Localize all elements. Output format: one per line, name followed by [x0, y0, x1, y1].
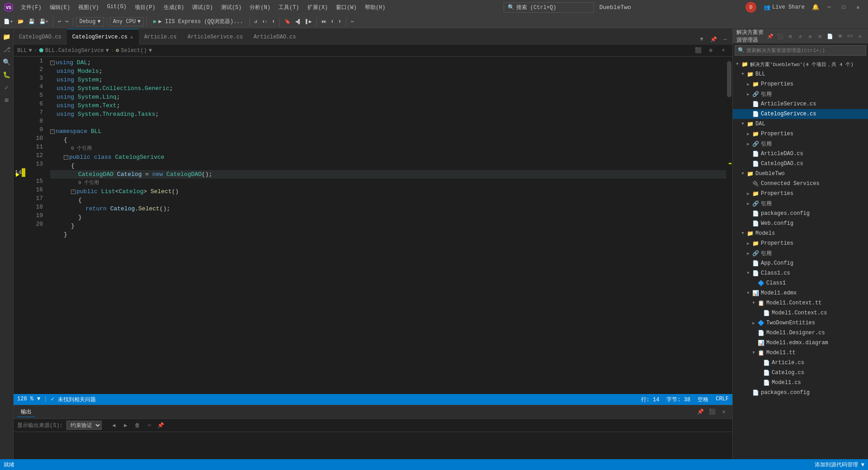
output-tab[interactable]: 输出: [17, 407, 35, 417]
prev-bookmark-button[interactable]: ◀▌: [293, 18, 303, 25]
editor-settings-button[interactable]: ⚙: [705, 45, 716, 56]
sidebar-search-icon[interactable]: 🔍: [1, 56, 13, 68]
platform-dropdown[interactable]: Any CPU ▼: [110, 17, 144, 26]
tab-article[interactable]: Article.cs: [139, 29, 182, 45]
tree-models-appconfig[interactable]: ▶ 📄 App.Config: [733, 258, 868, 268]
menu-view[interactable]: 视图(V): [75, 3, 103, 12]
tree-duebletwo-project[interactable]: ▼ 📁 DuebleTwo: [733, 169, 868, 179]
menu-git[interactable]: Git(G): [104, 3, 130, 12]
next-bookmark-button[interactable]: ▌▶: [304, 18, 313, 25]
tree-models-catelog-cs[interactable]: ▶ 📄 Catelog.cs: [733, 368, 868, 378]
tree-dal-articledao[interactable]: ▶ 📄 ArticleDAO.cs: [733, 149, 868, 159]
sidebar-solution-icon[interactable]: 📁: [1, 31, 13, 43]
tab-catelogserivce-close[interactable]: ✕: [130, 34, 133, 40]
zoom-level[interactable]: 128 %: [17, 396, 33, 404]
sol-show-all-button[interactable]: 👁: [835, 32, 844, 41]
git-fetch-button[interactable]: ⬇↑: [260, 18, 269, 25]
tree-models-context-tt[interactable]: ▼ 📋 Model1.Context.tt: [733, 298, 868, 308]
tree-bll-refs[interactable]: ▶ 🔗 引用: [733, 89, 868, 99]
tree-models-properties[interactable]: ▶ 📁 Properties: [733, 238, 868, 248]
more-tools-button[interactable]: ⋯: [349, 18, 356, 25]
tree-dal-project[interactable]: ▼ 📁 DAL: [733, 119, 868, 129]
tab-list-button[interactable]: ▼: [696, 34, 707, 45]
split-editor-button[interactable]: ⬛: [693, 45, 703, 56]
tree-models-class1[interactable]: ▼ 📄 Class1.cs: [733, 268, 868, 278]
minimize-button[interactable]: ─: [823, 3, 835, 12]
menu-edit[interactable]: 编辑(E): [46, 3, 74, 12]
editor-scrollbar[interactable]: [726, 57, 732, 394]
menu-tools[interactable]: 工具(T): [275, 3, 303, 12]
tree-models-edmx[interactable]: ▼ 📊 Model1.edmx: [733, 288, 868, 298]
add-file-button[interactable]: +: [718, 45, 729, 56]
sol-code-view-button[interactable]: <>: [845, 32, 854, 41]
live-share-button[interactable]: 👥 Live Share: [760, 3, 808, 12]
space-mode[interactable]: 空格: [698, 396, 708, 404]
sol-close-button[interactable]: ✕: [855, 32, 864, 41]
tab-articleserivce[interactable]: ArticleSerivce.cs: [182, 29, 248, 45]
close-button[interactable]: ✕: [852, 3, 864, 12]
menu-window[interactable]: 窗口(W): [332, 3, 360, 12]
tab-catelogserivce[interactable]: CatelogSerivce.cs ✕: [67, 29, 139, 45]
global-search-box[interactable]: 🔍 搜索 (Ctrl+Q): [504, 2, 594, 13]
tree-models-project[interactable]: ▼ 📁 Models: [733, 228, 868, 238]
sidebar-debug-icon[interactable]: 🐛: [1, 69, 13, 81]
menu-analyze[interactable]: 分析(N): [246, 3, 274, 12]
sol-refresh-button[interactable]: ↺: [796, 32, 805, 41]
collapse-1[interactable]: −: [50, 61, 55, 65]
code-editor[interactable]: 1 2 3 4 5 6 7 8 9 10 11 12 13 14: [14, 57, 732, 394]
menu-debug[interactable]: 调试(D): [189, 3, 217, 12]
row-col[interactable]: 行: 14: [641, 396, 660, 404]
tree-bll-project[interactable]: ▼ 📁 BLL: [733, 69, 868, 79]
output-pin-button[interactable]: 📌: [695, 407, 705, 417]
tree-dt-refs[interactable]: ▶ 🔗 引用: [733, 199, 868, 209]
collapse-12[interactable]: −: [64, 155, 68, 160]
breadcrumb-method[interactable]: ⚙ Select() ▼: [116, 47, 152, 54]
tree-models-tt[interactable]: ▼ 📋 Model1.tt: [733, 348, 868, 358]
tree-models-twodown[interactable]: ▶ 🔷 TwoDownEntities: [733, 318, 868, 328]
tree-solution-root[interactable]: ▼ 📁 解决方案'DuebleTwo'(4 个项目，共 4 个): [733, 59, 868, 69]
run-button[interactable]: ▶ ▶ IIS Express (QQ浏览器)...: [150, 17, 246, 26]
menu-help[interactable]: 帮助(H): [361, 3, 389, 12]
solution-search-input[interactable]: 🔍 搜索解决方案资源管理器(Ctrl+;): [735, 45, 866, 56]
save-all-button[interactable]: 💾+: [38, 18, 51, 25]
scrollbar-thumb[interactable]: [727, 61, 731, 97]
tree-dt-connected[interactable]: ▶ 🔌 Connected Services: [733, 179, 868, 189]
step-over-button[interactable]: ⏭: [320, 18, 328, 25]
redo-button[interactable]: ↪: [64, 18, 71, 25]
output-prev-button[interactable]: ◀: [109, 421, 119, 430]
save-button[interactable]: 💾: [27, 18, 37, 25]
sidebar-git-icon[interactable]: ⎇: [1, 43, 13, 55]
undo-button[interactable]: ↩: [56, 18, 63, 25]
output-wrap-button[interactable]: ⏎: [144, 421, 154, 430]
sol-search-button[interactable]: ⬛: [776, 32, 785, 41]
tree-models-context-cs[interactable]: ▶ 📄 Model1.Context.cs: [733, 308, 868, 318]
git-push-button[interactable]: ⬆: [270, 18, 277, 25]
collapse-9[interactable]: −: [50, 129, 55, 134]
tree-models-model1-cs[interactable]: ▶ 📄 Model1.cs: [733, 378, 868, 388]
tree-dt-packages[interactable]: ▶ 📄 packages.config: [733, 209, 868, 218]
breadcrumb-class[interactable]: ⬟ BLL.CatelogSerivce ▼: [39, 47, 109, 54]
tree-models-class1-cls[interactable]: ▶ 🔷 Class1: [733, 278, 868, 288]
tree-bll-properties[interactable]: ▶ 📁 Properties: [733, 79, 868, 89]
sol-pin-button[interactable]: 📌: [766, 32, 775, 41]
output-next-button[interactable]: ▶: [121, 421, 131, 430]
code-content[interactable]: − using DAL; using Models; using System;…: [47, 57, 726, 394]
sol-settings-button[interactable]: ⚙: [786, 32, 795, 41]
collapse-16[interactable]: −: [71, 190, 75, 194]
menu-test[interactable]: 测试(S): [217, 3, 245, 12]
byte-col[interactable]: 字节: 38: [666, 396, 690, 404]
tree-bll-catelogserivce[interactable]: ▶ 📄 CatelogSerivce.cs: [733, 109, 868, 119]
solution-tree[interactable]: ▼ 📁 解决方案'DuebleTwo'(4 个项目，共 4 个) ▼ 📁 BLL…: [733, 57, 868, 459]
output-close-button[interactable]: ✕: [719, 407, 729, 417]
tab-more-button[interactable]: ⋯: [720, 34, 731, 45]
encoding[interactable]: CRLF: [716, 396, 729, 404]
output-pin-msg-button[interactable]: 📌: [156, 421, 166, 430]
tree-dt-properties[interactable]: ▶ 📁 Properties: [733, 189, 868, 199]
tab-pin-button[interactable]: 📌: [708, 34, 719, 45]
refresh-button[interactable]: ↺: [253, 18, 259, 25]
user-avatar[interactable]: D: [745, 2, 756, 13]
tree-models-packages[interactable]: ▶ 📄 packages.config: [733, 388, 868, 398]
status-ready[interactable]: 就绪: [4, 461, 14, 469]
open-file-button[interactable]: 📂: [16, 18, 26, 25]
sol-collapse-button[interactable]: ⊟: [816, 32, 825, 41]
